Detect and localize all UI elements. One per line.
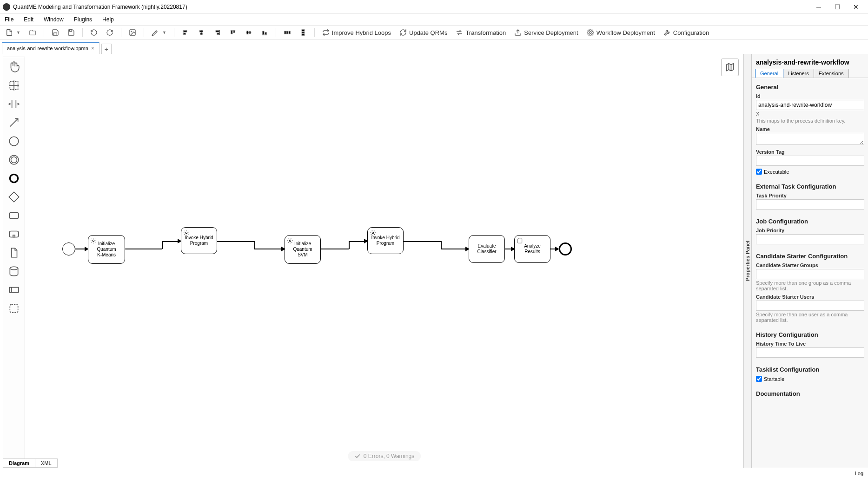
file-tab[interactable]: analysis-and-rewrite-workflow.bpmn ×	[2, 42, 99, 54]
properties-panel-toggle[interactable]: Properties Panel	[743, 54, 752, 468]
add-tab-button[interactable]: +	[101, 44, 112, 54]
configuration-button[interactable]: Configuration	[661, 27, 712, 38]
sequence-flow[interactable]	[125, 249, 162, 249]
sequence-flow[interactable]	[404, 241, 441, 242]
tab-listeners[interactable]: Listeners	[783, 69, 814, 78]
save-as-button[interactable]	[65, 27, 78, 38]
menu-file[interactable]: File	[3, 15, 15, 24]
task-label: Invoke Hybrid Program	[371, 235, 399, 246]
sequence-flow[interactable]	[75, 249, 86, 249]
task-initialize-svm[interactable]: Initialize Quantum SVM	[285, 235, 321, 264]
svg-rect-16	[247, 31, 248, 34]
create-end-event[interactable]	[7, 171, 21, 185]
sequence-flow[interactable]	[217, 241, 254, 242]
palette	[3, 57, 25, 465]
create-gateway[interactable]	[7, 190, 21, 204]
workflow-deployment-button[interactable]: Workflow Deployment	[584, 27, 658, 38]
export-image-button[interactable]	[126, 27, 139, 38]
upload-icon	[514, 29, 522, 36]
undo-button[interactable]	[87, 27, 100, 38]
id-input[interactable]	[756, 100, 864, 110]
history-ttl-input[interactable]	[756, 347, 864, 358]
align-bottom-button[interactable]	[258, 27, 271, 38]
create-subprocess[interactable]	[7, 227, 21, 241]
minimap-toggle[interactable]	[721, 59, 739, 76]
minimize-button[interactable]: ─	[809, 0, 828, 13]
redo-button[interactable]	[103, 27, 116, 38]
tab-extensions[interactable]: Extensions	[814, 69, 849, 78]
svg-point-37	[11, 157, 17, 163]
bottom-tab-diagram[interactable]: Diagram	[3, 458, 35, 468]
task-label: Analyze Results	[524, 243, 541, 255]
gear-icon	[587, 29, 594, 36]
tab-general[interactable]: General	[755, 69, 783, 78]
end-event[interactable]	[559, 242, 572, 255]
align-center-v-button[interactable]	[242, 27, 255, 38]
open-button[interactable]	[26, 27, 39, 38]
create-data-store[interactable]	[7, 264, 21, 278]
task-analyze-results[interactable]: Analyze Results	[514, 235, 550, 263]
selected-element-name: analysis-and-rewrite-workflow	[752, 54, 868, 69]
distribute-h-button[interactable]	[281, 27, 294, 38]
candidate-groups-input[interactable]	[756, 269, 864, 279]
group-general-heading: General	[756, 84, 864, 91]
canvas[interactable]: Initialize Quantum K-Means Invoke Hybrid…	[25, 54, 743, 468]
create-group[interactable]	[7, 301, 21, 315]
align-left-button[interactable]	[179, 27, 192, 38]
hand-tool[interactable]	[7, 60, 21, 74]
save-button[interactable]	[49, 27, 62, 38]
menu-plugins[interactable]: Plugins	[72, 15, 94, 24]
create-start-event[interactable]	[7, 134, 21, 148]
task-priority-input[interactable]	[756, 199, 864, 210]
version-tag-input[interactable]	[756, 156, 864, 166]
startable-checkbox[interactable]	[756, 376, 762, 382]
lasso-tool[interactable]	[7, 79, 21, 92]
align-top-button[interactable]	[226, 27, 239, 38]
menu-edit[interactable]: Edit	[22, 15, 35, 24]
space-tool[interactable]	[7, 97, 21, 111]
distribute-v-button[interactable]	[297, 27, 310, 38]
improve-hybrid-loops-button[interactable]: Improve Hybrid Loops	[319, 27, 394, 38]
align-center-h-button[interactable]	[195, 27, 208, 38]
bottom-tabs: Diagram XML	[3, 458, 57, 468]
new-file-button[interactable]: ▼	[3, 27, 23, 38]
menu-window[interactable]: Window	[42, 15, 66, 24]
service-deployment-button[interactable]: Service Deployment	[511, 27, 581, 38]
align-right-button[interactable]	[211, 27, 224, 38]
id-clear-button[interactable]: X	[756, 111, 759, 117]
job-priority-input[interactable]	[756, 234, 864, 244]
log-toggle[interactable]: Log	[855, 471, 863, 476]
validation-status[interactable]: 0 Errors, 0 Warnings	[348, 451, 421, 461]
update-qrms-button[interactable]: Update QRMs	[397, 27, 450, 38]
create-participant[interactable]	[7, 283, 21, 297]
svg-point-43	[10, 267, 18, 270]
name-input[interactable]	[756, 133, 864, 145]
create-data-object[interactable]	[7, 246, 21, 260]
group-job-heading: Job Configuration	[756, 218, 864, 225]
candidate-users-input[interactable]	[756, 301, 864, 311]
sequence-flow	[162, 241, 179, 242]
executable-checkbox[interactable]	[756, 169, 762, 175]
startable-label: Startable	[764, 376, 784, 382]
start-event[interactable]	[62, 242, 75, 255]
redo-icon	[106, 29, 113, 36]
task-invoke-hybrid-2[interactable]: Invoke Hybrid Program	[367, 227, 404, 254]
create-intermediate-event[interactable]	[7, 153, 21, 167]
close-button[interactable]: ✕	[847, 0, 865, 13]
task-evaluate-classifier[interactable]: Evaluate Classifier	[469, 235, 505, 263]
maximize-button[interactable]: ☐	[828, 0, 847, 13]
task-initialize-kmeans[interactable]: Initialize Quantum K-Means	[88, 235, 125, 264]
create-task[interactable]	[7, 209, 21, 223]
global-connect-tool[interactable]	[7, 116, 21, 130]
bottom-tab-xml[interactable]: XML	[35, 458, 58, 468]
svg-point-52	[372, 232, 374, 234]
task-invoke-hybrid-1[interactable]: Invoke Hybrid Program	[181, 227, 217, 254]
close-tab-icon[interactable]: ×	[91, 45, 94, 52]
task-label: Initialize Quantum K-Means	[97, 241, 116, 258]
sequence-flow[interactable]	[321, 249, 349, 249]
transformation-button[interactable]: Transformation	[453, 27, 509, 38]
menu-help[interactable]: Help	[100, 15, 116, 24]
color-button[interactable]: ▼	[149, 27, 169, 38]
gear-icon	[287, 237, 293, 244]
separator	[144, 28, 144, 37]
